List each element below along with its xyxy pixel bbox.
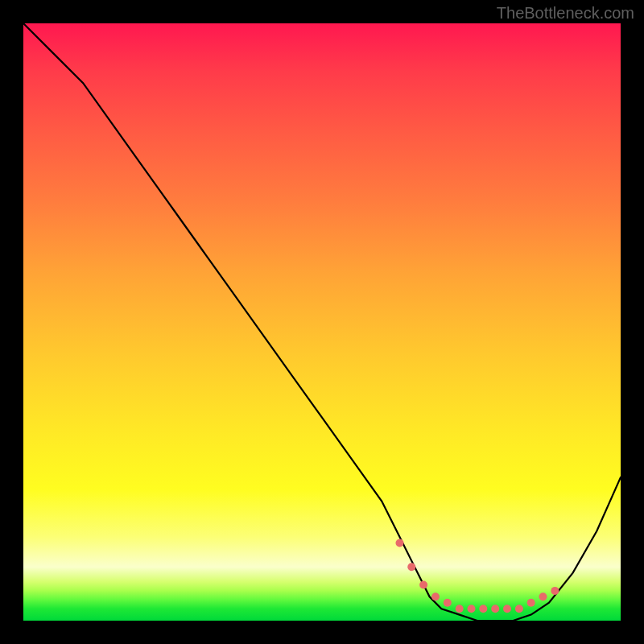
watermark-text: TheBottleneck.com [497, 4, 634, 23]
dot [503, 605, 511, 613]
dot [515, 605, 523, 613]
dot [444, 599, 452, 607]
optimal-range-dots [396, 539, 559, 613]
dot [456, 605, 464, 613]
dot [551, 587, 559, 595]
dot [479, 605, 487, 613]
dot [539, 592, 547, 601]
dot [468, 605, 476, 613]
dot [419, 581, 427, 589]
dot [431, 592, 440, 601]
dot [491, 605, 499, 613]
dot [527, 599, 535, 607]
dot [396, 539, 404, 547]
dot [407, 563, 415, 571]
plot-area [23, 23, 621, 621]
chart-svg [23, 23, 621, 621]
bottleneck-curve [23, 23, 621, 621]
